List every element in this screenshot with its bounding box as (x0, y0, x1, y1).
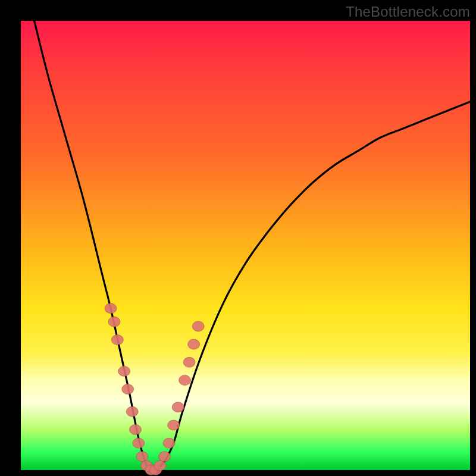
curve-marker (108, 317, 120, 327)
bottleneck-curve-line (35, 21, 470, 471)
curve-marker (188, 339, 200, 349)
curve-marker (192, 321, 204, 331)
curve-marker (105, 303, 117, 314)
curve-marker (118, 366, 130, 376)
curve-marker (168, 420, 180, 430)
curve-marker (130, 425, 142, 435)
curve-marker (172, 402, 184, 412)
curve-marker (159, 452, 171, 462)
watermark-text: TheBottleneck.com (346, 4, 470, 20)
curve-marker (163, 438, 175, 448)
curve-marker (183, 357, 195, 367)
curve-marker (179, 375, 191, 386)
curve-marker (133, 438, 145, 448)
curve-marker (126, 406, 138, 416)
curve-marker (122, 384, 134, 394)
chart-svg (21, 21, 470, 470)
chart-frame: TheBottleneck.com (0, 0, 476, 476)
curve-marker (154, 461, 166, 471)
plot-area (21, 21, 470, 470)
curve-marker (111, 335, 123, 345)
curve-marker (136, 452, 148, 462)
